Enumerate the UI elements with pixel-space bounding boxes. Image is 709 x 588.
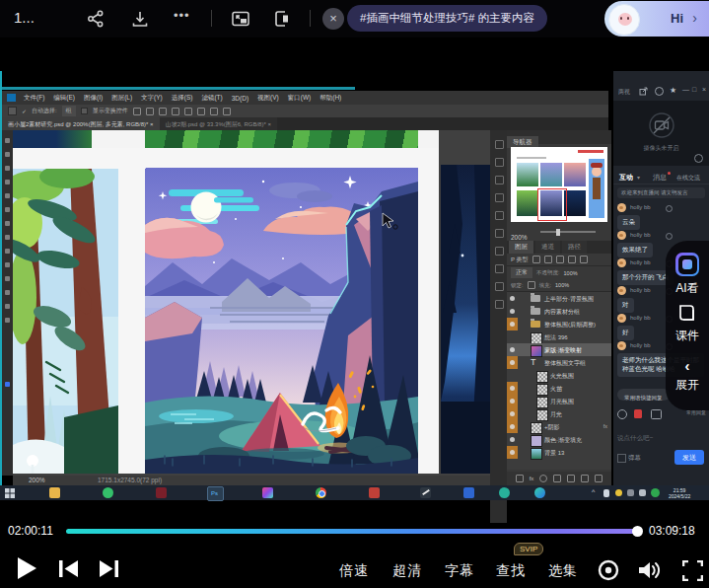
taskbar-explorer-icon[interactable]: [49, 487, 60, 498]
previous-button[interactable]: [59, 560, 79, 577]
align-center-icon[interactable]: [146, 108, 154, 115]
shield-icon[interactable]: [655, 87, 664, 96]
align-bottom-icon[interactable]: [197, 108, 205, 115]
taskbar-app-icon[interactable]: [156, 487, 167, 498]
danmaku-checkbox[interactable]: [617, 454, 626, 463]
layer-row[interactable]: 月亮氛围: [507, 395, 611, 407]
taskbar-pen-icon[interactable]: [420, 487, 431, 498]
lock-icons[interactable]: [528, 281, 535, 289]
taskbar-app3-icon[interactable]: [369, 487, 380, 498]
ps-canvas[interactable]: [13, 130, 490, 476]
gear-icon[interactable]: [694, 154, 703, 163]
ai-view-label[interactable]: AI看: [666, 280, 709, 297]
ps-menu-type[interactable]: 文字(Y): [141, 94, 163, 103]
popout-icon[interactable]: [639, 87, 648, 96]
delete-layer-icon[interactable]: [595, 475, 603, 482]
assistant-pill[interactable]: Hi ›: [604, 1, 709, 37]
taskbar-clock[interactable]: 21:592024/5/22: [669, 487, 690, 500]
ai-query-pill[interactable]: #插画中细节处理技巧# 的主要内容: [347, 5, 547, 32]
courseware-label[interactable]: 课件: [666, 328, 709, 344]
align-left-icon[interactable]: [133, 108, 141, 115]
next-button[interactable]: [99, 560, 118, 577]
ps-menu-layer[interactable]: 图层(L): [111, 94, 132, 103]
layer-row[interactable]: 整体氛围(后期调整): [507, 318, 611, 331]
link-layers-icon[interactable]: [516, 475, 524, 482]
transform-checkbox[interactable]: [81, 108, 88, 114]
status-zoom[interactable]: 200%: [29, 477, 45, 483]
adjustment-layer-icon[interactable]: [553, 475, 561, 482]
layer-group-icon[interactable]: [567, 475, 575, 482]
taskbar-wechat-icon[interactable]: [103, 487, 113, 498]
tray-app3-icon[interactable]: [639, 489, 646, 496]
video-frame[interactable]: 文件(F) 编辑(E) 图像(I) 图层(L) 文字(Y) 选择(S) 滤镜(T…: [0, 37, 709, 517]
tab-interaction[interactable]: 互动: [619, 173, 633, 183]
check-icon[interactable]: ✓: [22, 108, 27, 114]
red-packet-icon[interactable]: [634, 409, 642, 418]
layer-row[interactable]: 颜色·渐变填充: [507, 433, 611, 446]
ai-view-icon[interactable]: [675, 253, 699, 276]
layer-row[interactable]: +阴影 fx: [507, 420, 611, 433]
layer-row[interactable]: 背景 13: [507, 446, 611, 459]
layer-row[interactable]: 想法 396: [507, 331, 611, 343]
channels-tab[interactable]: 通道: [535, 241, 560, 254]
layer-row[interactable]: T 整体氛围文字组: [507, 356, 611, 369]
chat-input[interactable]: 说点什么吧~: [617, 426, 706, 440]
pin-icon[interactable]: ★: [670, 86, 676, 95]
navigator-zoom-knob[interactable]: [556, 229, 560, 236]
tool-preset-icon[interactable]: [8, 107, 17, 115]
more-icon[interactable]: •••: [174, 8, 190, 23]
new-layer-icon[interactable]: [581, 475, 589, 482]
layer-row-selected[interactable]: 蒙版·渐变映射: [507, 343, 611, 356]
ps-toolbar[interactable]: [2, 130, 13, 476]
side-panel-icon[interactable]: [272, 9, 292, 29]
emoji-icon[interactable]: [617, 409, 627, 419]
share-icon[interactable]: [87, 10, 105, 28]
close-window-icon[interactable]: ×: [702, 86, 706, 93]
blend-mode-select[interactable]: 正常: [511, 267, 532, 278]
taskbar-edge-icon[interactable]: [534, 487, 545, 498]
ps-menu-filter[interactable]: 滤镜(T): [201, 94, 222, 103]
taskbar-chrome-icon[interactable]: [316, 487, 326, 498]
paths-tab[interactable]: 路径: [562, 241, 587, 254]
layers-tab[interactable]: 图层: [509, 241, 533, 254]
subtitle-button[interactable]: 字幕: [445, 562, 474, 580]
layer-row[interactable]: 火光氛围: [507, 369, 611, 382]
navigator-view-box[interactable]: [537, 188, 567, 221]
layer-row[interactable]: 火苗: [507, 382, 611, 395]
find-button[interactable]: 查找: [496, 562, 526, 580]
layer-row[interactable]: 内容素材分组: [507, 305, 611, 318]
ps-menu-image[interactable]: 图像(I): [84, 94, 103, 103]
auto-select-target[interactable]: 组: [62, 106, 76, 116]
quality-button[interactable]: 超清: [392, 562, 422, 580]
opacity-value[interactable]: 100%: [564, 270, 578, 276]
volume-icon[interactable]: [637, 558, 663, 582]
ps-menu-file[interactable]: 文件(F): [24, 94, 44, 103]
taskbar-photoshop-icon[interactable]: Ps: [207, 486, 224, 501]
distribute-h-icon[interactable]: [210, 108, 218, 115]
user-avatar[interactable]: [617, 314, 626, 323]
quick-reply-pill[interactable]: 常用语快捷回复: [617, 389, 670, 401]
ps-menu-view[interactable]: 视图(V): [257, 94, 279, 103]
speed-button[interactable]: 倍速: [339, 562, 369, 580]
user-avatar[interactable]: [617, 231, 626, 240]
progress-bar[interactable]: [66, 529, 642, 534]
user-avatar[interactable]: [617, 203, 626, 212]
ps-panel-icon-strip[interactable]: [490, 130, 507, 523]
ps-menu-select[interactable]: 选择(S): [172, 94, 193, 103]
distribute-v-icon[interactable]: [223, 108, 231, 115]
tray-app2-icon[interactable]: [627, 489, 634, 496]
play-button[interactable]: [16, 556, 37, 580]
start-button[interactable]: [5, 488, 15, 498]
align-top-icon[interactable]: [172, 108, 179, 115]
progress-knob[interactable]: [632, 526, 643, 537]
user-avatar[interactable]: [617, 286, 626, 295]
ps-menu-window[interactable]: 窗口(W): [288, 94, 311, 103]
doc-tab-active[interactable]: 画小屋2素材研究.psd @ 200%(图层, 多元素, RGB/8)* ×: [2, 117, 160, 130]
tray-expand-icon[interactable]: ^: [592, 488, 595, 495]
tab-messages[interactable]: 消息: [653, 173, 667, 183]
layer-fx-icon[interactable]: fx: [530, 476, 534, 481]
send-button[interactable]: 发送: [674, 450, 704, 465]
minimize-icon[interactable]: —: [682, 86, 689, 93]
layer-mask-icon[interactable]: [539, 475, 547, 482]
fill-value[interactable]: 100%: [555, 282, 569, 288]
